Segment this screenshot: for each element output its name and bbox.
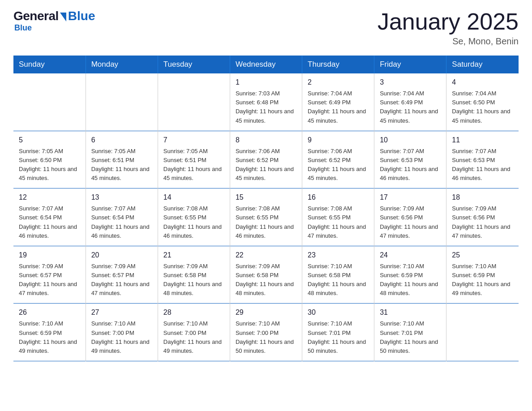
- day-info-7: Sunrise: 7:05 AMSunset: 6:51 PMDaylight:…: [163, 147, 224, 183]
- day-cell-15: 15Sunrise: 7:08 AMSunset: 6:55 PMDayligh…: [230, 188, 302, 246]
- week-row-2: 5Sunrise: 7:05 AMSunset: 6:50 PMDaylight…: [13, 131, 519, 188]
- day-cell-13: 13Sunrise: 7:07 AMSunset: 6:54 PMDayligh…: [86, 188, 158, 246]
- empty-cell: [86, 73, 158, 131]
- week-row-4: 19Sunrise: 7:09 AMSunset: 6:57 PMDayligh…: [13, 246, 519, 304]
- day-number-2: 2: [308, 77, 369, 88]
- day-cell-5: 5Sunrise: 7:05 AMSunset: 6:50 PMDaylight…: [13, 131, 86, 188]
- day-info-20: Sunrise: 7:09 AMSunset: 6:57 PMDaylight:…: [91, 262, 152, 298]
- day-cell-25: 25Sunrise: 7:10 AMSunset: 6:59 PMDayligh…: [446, 246, 519, 304]
- day-info-2: Sunrise: 7:04 AMSunset: 6:49 PMDaylight:…: [308, 89, 369, 125]
- title-section: January 2025 Se, Mono, Benin: [378, 9, 519, 47]
- month-title: January 2025: [378, 9, 519, 34]
- day-info-22: Sunrise: 7:09 AMSunset: 6:58 PMDaylight:…: [236, 262, 296, 298]
- empty-cell: [158, 73, 230, 131]
- day-info-10: Sunrise: 7:07 AMSunset: 6:53 PMDaylight:…: [380, 147, 441, 183]
- weekday-header-wednesday: Wednesday: [230, 56, 302, 73]
- weekday-header-thursday: Thursday: [302, 56, 374, 73]
- day-number-5: 5: [19, 135, 80, 146]
- calendar-table: SundayMondayTuesdayWednesdayThursdayFrid…: [13, 56, 519, 361]
- day-number-6: 6: [91, 135, 152, 146]
- day-info-3: Sunrise: 7:04 AMSunset: 6:49 PMDaylight:…: [380, 89, 441, 125]
- day-cell-17: 17Sunrise: 7:09 AMSunset: 6:56 PMDayligh…: [374, 188, 446, 246]
- day-number-19: 19: [19, 250, 80, 261]
- week-row-5: 26Sunrise: 7:10 AMSunset: 6:59 PMDayligh…: [13, 304, 519, 361]
- day-info-17: Sunrise: 7:09 AMSunset: 6:56 PMDaylight:…: [380, 204, 441, 240]
- logo-bottom-text: Blue: [14, 23, 32, 33]
- day-info-31: Sunrise: 7:10 AMSunset: 7:01 PMDaylight:…: [380, 319, 441, 355]
- day-cell-2: 2Sunrise: 7:04 AMSunset: 6:49 PMDaylight…: [302, 73, 374, 131]
- week-row-1: 1Sunrise: 7:03 AMSunset: 6:48 PMDaylight…: [13, 73, 519, 131]
- day-info-28: Sunrise: 7:10 AMSunset: 7:00 PMDaylight:…: [163, 319, 224, 355]
- week-row-3: 12Sunrise: 7:07 AMSunset: 6:54 PMDayligh…: [13, 188, 519, 246]
- day-number-28: 28: [163, 307, 224, 318]
- day-info-14: Sunrise: 7:08 AMSunset: 6:55 PMDaylight:…: [163, 204, 224, 240]
- day-number-12: 12: [19, 192, 80, 203]
- day-number-16: 16: [308, 192, 369, 203]
- day-info-18: Sunrise: 7:09 AMSunset: 6:56 PMDaylight:…: [452, 204, 513, 240]
- day-cell-11: 11Sunrise: 7:07 AMSunset: 6:53 PMDayligh…: [446, 131, 519, 188]
- day-cell-26: 26Sunrise: 7:10 AMSunset: 6:59 PMDayligh…: [13, 304, 86, 361]
- day-info-16: Sunrise: 7:08 AMSunset: 6:55 PMDaylight:…: [308, 204, 369, 240]
- day-cell-3: 3Sunrise: 7:04 AMSunset: 6:49 PMDaylight…: [374, 73, 446, 131]
- day-cell-8: 8Sunrise: 7:06 AMSunset: 6:52 PMDaylight…: [230, 131, 302, 188]
- day-cell-4: 4Sunrise: 7:04 AMSunset: 6:50 PMDaylight…: [446, 73, 519, 131]
- day-cell-27: 27Sunrise: 7:10 AMSunset: 7:00 PMDayligh…: [86, 304, 158, 361]
- day-number-31: 31: [380, 307, 441, 318]
- day-number-8: 8: [236, 135, 296, 146]
- day-info-13: Sunrise: 7:07 AMSunset: 6:54 PMDaylight:…: [91, 204, 152, 240]
- day-cell-22: 22Sunrise: 7:09 AMSunset: 6:58 PMDayligh…: [230, 246, 302, 304]
- day-number-20: 20: [91, 250, 152, 261]
- logo-triangle-icon: [60, 13, 66, 21]
- day-number-27: 27: [91, 307, 152, 318]
- weekday-header-sunday: Sunday: [13, 56, 86, 73]
- day-info-1: Sunrise: 7:03 AMSunset: 6:48 PMDaylight:…: [236, 89, 296, 125]
- day-info-30: Sunrise: 7:10 AMSunset: 7:01 PMDaylight:…: [308, 319, 369, 355]
- day-info-8: Sunrise: 7:06 AMSunset: 6:52 PMDaylight:…: [236, 147, 296, 183]
- day-info-15: Sunrise: 7:08 AMSunset: 6:55 PMDaylight:…: [236, 204, 296, 240]
- day-cell-31: 31Sunrise: 7:10 AMSunset: 7:01 PMDayligh…: [374, 304, 446, 361]
- day-info-9: Sunrise: 7:06 AMSunset: 6:52 PMDaylight:…: [308, 147, 369, 183]
- empty-cell: [13, 73, 86, 131]
- day-number-10: 10: [380, 135, 441, 146]
- day-cell-20: 20Sunrise: 7:09 AMSunset: 6:57 PMDayligh…: [86, 246, 158, 304]
- day-number-21: 21: [163, 250, 224, 261]
- day-number-29: 29: [236, 307, 296, 318]
- day-number-7: 7: [163, 135, 224, 146]
- day-number-24: 24: [380, 250, 441, 261]
- day-cell-23: 23Sunrise: 7:10 AMSunset: 6:58 PMDayligh…: [302, 246, 374, 304]
- day-number-22: 22: [236, 250, 296, 261]
- day-info-5: Sunrise: 7:05 AMSunset: 6:50 PMDaylight:…: [19, 147, 80, 183]
- day-info-19: Sunrise: 7:09 AMSunset: 6:57 PMDaylight:…: [19, 262, 80, 298]
- day-cell-1: 1Sunrise: 7:03 AMSunset: 6:48 PMDaylight…: [230, 73, 302, 131]
- day-number-26: 26: [19, 307, 80, 318]
- day-info-23: Sunrise: 7:10 AMSunset: 6:58 PMDaylight:…: [308, 262, 369, 298]
- day-number-17: 17: [380, 192, 441, 203]
- day-number-3: 3: [380, 77, 441, 88]
- day-info-25: Sunrise: 7:10 AMSunset: 6:59 PMDaylight:…: [452, 262, 513, 298]
- day-cell-29: 29Sunrise: 7:10 AMSunset: 7:00 PMDayligh…: [230, 304, 302, 361]
- day-cell-24: 24Sunrise: 7:10 AMSunset: 6:59 PMDayligh…: [374, 246, 446, 304]
- day-info-6: Sunrise: 7:05 AMSunset: 6:51 PMDaylight:…: [91, 147, 152, 183]
- day-number-11: 11: [452, 135, 513, 146]
- logo-general-text: General: [13, 9, 59, 23]
- day-number-9: 9: [308, 135, 369, 146]
- day-number-4: 4: [452, 77, 513, 88]
- day-number-25: 25: [452, 250, 513, 261]
- day-info-26: Sunrise: 7:10 AMSunset: 6:59 PMDaylight:…: [19, 319, 80, 355]
- day-number-14: 14: [163, 192, 224, 203]
- day-info-27: Sunrise: 7:10 AMSunset: 7:00 PMDaylight:…: [91, 319, 152, 355]
- weekday-header-saturday: Saturday: [446, 56, 519, 73]
- empty-cell: [446, 304, 519, 361]
- day-cell-21: 21Sunrise: 7:09 AMSunset: 6:58 PMDayligh…: [158, 246, 230, 304]
- day-number-13: 13: [91, 192, 152, 203]
- day-number-18: 18: [452, 192, 513, 203]
- weekday-header-friday: Friday: [374, 56, 446, 73]
- day-cell-30: 30Sunrise: 7:10 AMSunset: 7:01 PMDayligh…: [302, 304, 374, 361]
- day-cell-18: 18Sunrise: 7:09 AMSunset: 6:56 PMDayligh…: [446, 188, 519, 246]
- day-info-12: Sunrise: 7:07 AMSunset: 6:54 PMDaylight:…: [19, 204, 80, 240]
- logo-blue-text: Blue: [68, 9, 95, 23]
- day-cell-10: 10Sunrise: 7:07 AMSunset: 6:53 PMDayligh…: [374, 131, 446, 188]
- day-number-30: 30: [308, 307, 369, 318]
- day-info-24: Sunrise: 7:10 AMSunset: 6:59 PMDaylight:…: [380, 262, 441, 298]
- day-number-15: 15: [236, 192, 296, 203]
